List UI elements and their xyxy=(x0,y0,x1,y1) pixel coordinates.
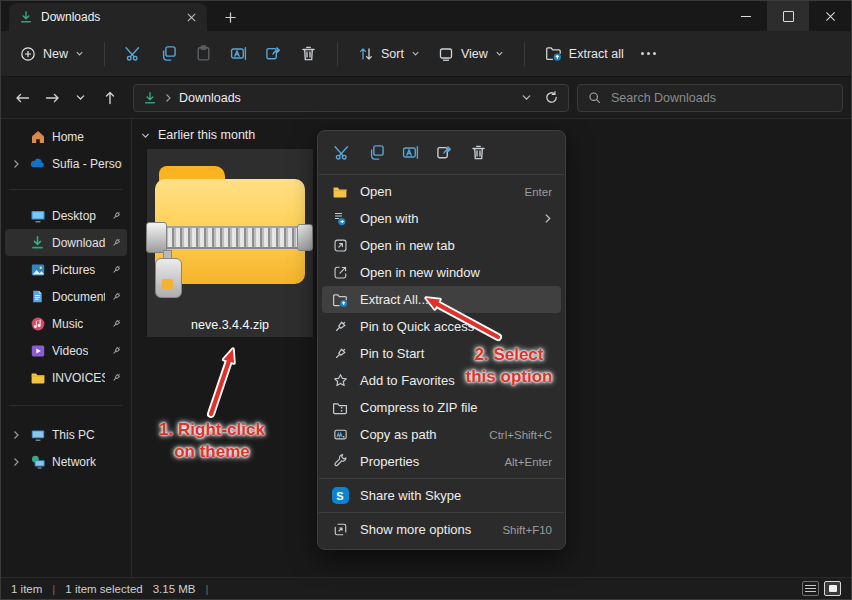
menu-item-open-new-window[interactable]: Open in new window xyxy=(322,259,561,286)
recent-locations-button[interactable] xyxy=(67,84,94,111)
extract-all-button[interactable]: Extract all xyxy=(538,39,631,68)
submenu-chevron-icon xyxy=(543,213,552,224)
view-icon xyxy=(438,46,454,62)
forward-button[interactable] xyxy=(38,84,65,111)
refresh-icon[interactable] xyxy=(544,90,559,105)
expand-chevron-icon[interactable] xyxy=(9,457,23,467)
rename-button[interactable] xyxy=(223,39,254,68)
menu-item-properties[interactable]: Properties Alt+Enter xyxy=(322,448,561,475)
large-icons-view-toggle[interactable] xyxy=(824,581,841,596)
up-button[interactable] xyxy=(96,84,123,111)
maximize-button[interactable] xyxy=(767,1,809,31)
navigation-pane: Home Sufia - Personal Desktop xyxy=(1,119,132,577)
file-name: neve.3.4.4.zip xyxy=(191,318,269,332)
sort-button[interactable]: Sort xyxy=(351,40,427,68)
chevron-down-icon xyxy=(411,49,420,58)
menu-item-open[interactable]: Open Enter xyxy=(322,178,561,205)
zip-folder-icon xyxy=(331,400,349,416)
close-button[interactable] xyxy=(809,1,851,31)
share-button[interactable] xyxy=(258,39,289,68)
new-button[interactable]: New xyxy=(13,40,91,68)
menu-item-copy-as-path[interactable]: Copy as path Ctrl+Shift+C xyxy=(322,421,561,448)
pin-icon xyxy=(331,319,349,334)
breadcrumb-chevron-icon xyxy=(164,93,172,103)
cut-button[interactable] xyxy=(118,39,149,68)
open-with-icon xyxy=(331,211,349,227)
pin-icon xyxy=(111,210,122,221)
menu-item-share-skype[interactable]: S Share with Skype xyxy=(322,482,561,509)
menu-item-label: Pin to Start xyxy=(360,346,424,361)
sidebar-item-invoices[interactable]: INVOICES xyxy=(5,364,127,391)
extract-all-icon xyxy=(545,45,562,62)
menu-shortcut: Alt+Enter xyxy=(504,456,552,468)
search-input[interactable] xyxy=(609,90,832,106)
new-tab-button[interactable] xyxy=(219,6,241,28)
sidebar-item-home[interactable]: Home xyxy=(5,123,127,150)
menu-item-show-more[interactable]: Show more options Shift+F10 xyxy=(322,516,561,543)
sidebar-item-videos[interactable]: Videos xyxy=(5,337,127,364)
more-options-button[interactable] xyxy=(635,44,662,63)
menu-item-label: Show more options xyxy=(360,522,471,537)
sidebar-item-documents[interactable]: Documents xyxy=(5,283,127,310)
cut-icon[interactable] xyxy=(333,143,352,162)
new-tab-icon xyxy=(331,238,349,253)
tab-label: Downloads xyxy=(41,10,178,24)
file-item-zip[interactable]: neve.3.4.4.zip xyxy=(147,149,313,337)
expand-chevron-icon[interactable] xyxy=(9,159,23,169)
view-button[interactable]: View xyxy=(431,40,511,68)
menu-item-extract-all[interactable]: Extract All... xyxy=(322,286,561,313)
sidebar-label: Desktop xyxy=(52,209,96,223)
group-header[interactable]: Earlier this month xyxy=(140,128,255,142)
share-icon[interactable] xyxy=(435,143,454,162)
sidebar-item-desktop[interactable]: Desktop xyxy=(5,202,127,229)
copy-path-icon xyxy=(331,427,349,442)
status-bar: 1 item | 1 item selected 3.15 MB | xyxy=(1,577,851,599)
minimize-button[interactable] xyxy=(725,1,767,31)
menu-item-pin-quick-access[interactable]: Pin to Quick access xyxy=(322,313,561,340)
extract-all-label: Extract all xyxy=(569,47,624,61)
pin-icon xyxy=(111,264,122,275)
paste-icon xyxy=(195,45,212,62)
item-count: 1 item xyxy=(11,583,42,595)
toolbar-separator xyxy=(104,42,105,66)
menu-item-pin-start[interactable]: Pin to Start xyxy=(322,340,561,367)
menu-item-label: Add to Favorites xyxy=(360,373,455,388)
delete-icon[interactable] xyxy=(469,143,488,162)
new-window-icon xyxy=(331,265,349,280)
toolbar-separator xyxy=(337,42,338,66)
details-view-toggle[interactable] xyxy=(802,581,819,596)
menu-item-open-new-tab[interactable]: Open in new tab xyxy=(322,232,561,259)
copy-icon[interactable] xyxy=(367,143,386,162)
back-button[interactable] xyxy=(9,84,36,111)
pin-icon xyxy=(111,237,122,248)
sidebar-item-network[interactable]: Network xyxy=(5,448,127,475)
rename-icon[interactable] xyxy=(401,143,420,162)
selection-info: 1 item selected xyxy=(65,583,142,595)
this-pc-icon xyxy=(29,427,46,443)
menu-item-add-favorites[interactable]: Add to Favorites xyxy=(322,367,561,394)
menu-item-label: Copy as path xyxy=(360,427,437,442)
menu-item-label: Open in new tab xyxy=(360,238,455,253)
search-box[interactable] xyxy=(577,84,843,112)
sidebar-item-onedrive[interactable]: Sufia - Personal xyxy=(5,150,127,177)
copy-button[interactable] xyxy=(153,39,184,68)
onedrive-icon xyxy=(29,155,46,172)
tab-close-icon[interactable] xyxy=(186,12,197,23)
sidebar-item-pictures[interactable]: Pictures xyxy=(5,256,127,283)
menu-item-compress-zip[interactable]: Compress to ZIP file xyxy=(322,394,561,421)
tab-downloads[interactable]: Downloads xyxy=(9,3,207,31)
delete-button[interactable] xyxy=(293,39,324,68)
menu-item-label: Compress to ZIP file xyxy=(360,400,478,415)
breadcrumb[interactable]: Downloads xyxy=(179,91,241,105)
rename-icon xyxy=(230,45,247,62)
sidebar-item-downloads[interactable]: Downloads xyxy=(5,229,127,256)
address-bar[interactable]: Downloads xyxy=(133,84,569,112)
expand-chevron-icon[interactable] xyxy=(9,430,23,440)
menu-item-open-with[interactable]: Open with xyxy=(322,205,561,232)
new-plus-icon xyxy=(20,46,36,62)
chevron-down-icon xyxy=(75,49,84,58)
sidebar-item-music[interactable]: Music xyxy=(5,310,127,337)
sidebar-item-this-pc[interactable]: This PC xyxy=(5,421,127,448)
paste-button[interactable] xyxy=(188,39,219,68)
address-dropdown-icon[interactable] xyxy=(521,92,532,103)
